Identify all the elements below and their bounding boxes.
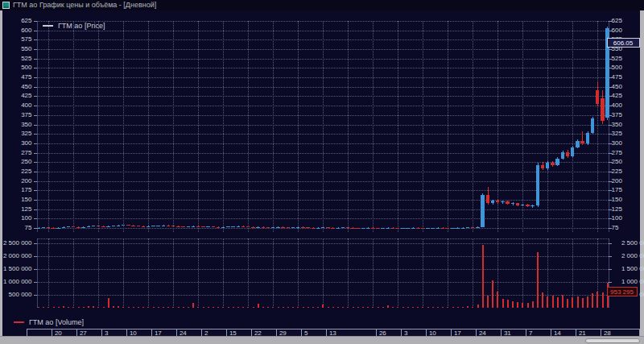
volume-axis-label: 1 000 000 bbox=[609, 278, 644, 286]
week-gridline bbox=[597, 21, 598, 232]
volume-bar bbox=[522, 303, 523, 308]
candle-down bbox=[506, 201, 510, 204]
candle-down bbox=[201, 226, 205, 227]
window-border-right bbox=[640, 10, 644, 336]
volume-bar bbox=[258, 304, 259, 308]
volume-bar bbox=[267, 307, 269, 308]
axis-tick bbox=[34, 106, 37, 106]
candle-down bbox=[331, 228, 335, 229]
candle-up bbox=[237, 226, 241, 227]
scrollbar-thumb[interactable] bbox=[585, 338, 640, 343]
volume-bar bbox=[222, 307, 224, 308]
candle-up bbox=[92, 226, 96, 226]
volume-bar bbox=[472, 307, 473, 308]
price-axis-label: 275 bbox=[2, 149, 32, 157]
candle-down bbox=[72, 226, 76, 227]
candle-down bbox=[142, 226, 146, 227]
volume-bar bbox=[602, 292, 604, 308]
volume-bar bbox=[203, 307, 204, 308]
candle-down bbox=[396, 228, 400, 229]
candle-up bbox=[586, 133, 590, 144]
volume-bar bbox=[492, 280, 493, 308]
axis-tick bbox=[34, 59, 37, 60]
price-axis-label: 125 bbox=[2, 205, 32, 213]
price-axis-label: 500 bbox=[612, 64, 622, 72]
candle-down bbox=[471, 227, 475, 228]
axis-tick bbox=[34, 190, 37, 191]
axis-tick bbox=[34, 209, 37, 210]
candle-down bbox=[262, 227, 266, 228]
price-axis-label: 75 bbox=[612, 224, 619, 232]
volume-bar bbox=[303, 307, 304, 308]
volume-bar bbox=[562, 295, 564, 308]
volume-bar bbox=[183, 307, 184, 308]
volume-bar bbox=[337, 307, 339, 308]
candle-up bbox=[62, 227, 66, 228]
volume-bar bbox=[172, 307, 174, 308]
candle-up bbox=[466, 227, 470, 228]
volume-bar bbox=[312, 307, 314, 308]
price-axis-label: 625 bbox=[2, 17, 32, 25]
week-gridline bbox=[323, 238, 324, 308]
price-axis-label: 500 bbox=[2, 64, 32, 72]
candle-up bbox=[231, 226, 235, 227]
volume-bar bbox=[68, 307, 69, 308]
week-gridline bbox=[173, 21, 174, 232]
volume-bar bbox=[47, 307, 49, 308]
volume-bar bbox=[292, 307, 294, 308]
window-titlebar[interactable]: ГТМ ао График цены и объёма - [Дневной] bbox=[0, 0, 644, 10]
chart-window-icon bbox=[2, 2, 10, 9]
last-price-badge: 606.05 bbox=[607, 38, 640, 48]
price-axis-label: 225 bbox=[612, 168, 622, 176]
week-gridline bbox=[123, 21, 124, 232]
volume-axis-label: 2 000 000 bbox=[2, 252, 32, 260]
price-axis-label: 300 bbox=[2, 139, 32, 147]
volume-bar bbox=[372, 307, 374, 308]
volume-bar bbox=[328, 307, 329, 308]
volume-bar bbox=[342, 307, 344, 308]
candle-up bbox=[316, 228, 320, 229]
volume-bar bbox=[392, 307, 394, 308]
volume-series-line-swatch bbox=[14, 321, 24, 323]
candle-up bbox=[291, 227, 295, 228]
week-gridline bbox=[248, 238, 249, 308]
price-axis-label: 400 bbox=[2, 102, 32, 110]
candle-down bbox=[97, 226, 101, 226]
candle-down bbox=[52, 228, 56, 229]
price-axis-label: 375 bbox=[2, 111, 32, 119]
volume-bar bbox=[567, 299, 568, 308]
price-axis-label: 175 bbox=[612, 186, 622, 194]
candle-up bbox=[491, 201, 495, 202]
volume-bar bbox=[178, 307, 180, 308]
axis-tick bbox=[34, 31, 37, 31]
candle-down bbox=[181, 226, 185, 227]
axis-tick bbox=[34, 181, 37, 182]
candle-up bbox=[411, 228, 415, 229]
candle-down bbox=[566, 152, 570, 156]
volume-bar bbox=[542, 292, 543, 308]
volume-bar bbox=[103, 307, 105, 308]
candle-up bbox=[206, 226, 210, 227]
volume-bar bbox=[317, 307, 319, 308]
price-axis-label: 600 bbox=[612, 27, 622, 35]
volume-bar bbox=[402, 307, 404, 308]
week-gridline bbox=[522, 21, 523, 232]
week-gridline bbox=[522, 238, 523, 308]
volume-bar bbox=[462, 307, 464, 308]
volume-axis-label: 2 500 000 bbox=[2, 239, 32, 247]
price-axis-label: 375 bbox=[612, 111, 622, 119]
candle-up bbox=[221, 227, 225, 228]
price-axis-label: 425 bbox=[612, 92, 622, 100]
candle-up bbox=[530, 205, 535, 206]
axis-tick bbox=[34, 21, 37, 22]
volume-bar bbox=[592, 293, 593, 308]
candle-down bbox=[131, 226, 135, 226]
price-axis-label: 250 bbox=[612, 158, 622, 166]
candle-up bbox=[37, 228, 41, 229]
candle-down bbox=[416, 228, 420, 229]
price-axis-label: 100 bbox=[612, 214, 622, 222]
volume-bar bbox=[332, 307, 334, 308]
candle-down bbox=[580, 141, 584, 143]
horizontal-scrollbar[interactable] bbox=[0, 336, 644, 344]
price-axis-label: 450 bbox=[2, 83, 32, 91]
